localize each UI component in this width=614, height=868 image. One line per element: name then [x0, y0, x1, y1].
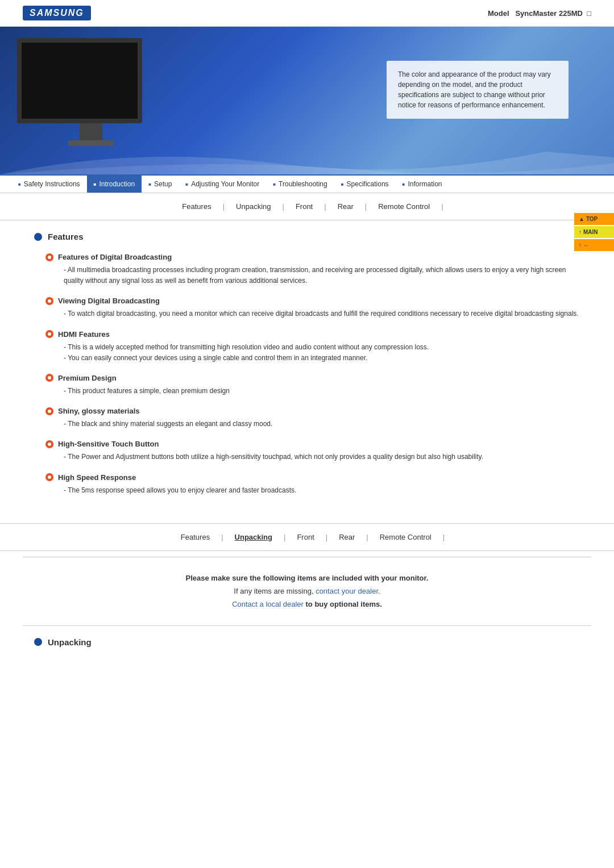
feature-desc-4-p1: This product features a simple, clean pr…: [58, 386, 580, 397]
feature-premium-design: Premium Design This product features a s…: [34, 374, 580, 397]
feature-desc-2-p1: To watch digital broadcasting, you need …: [58, 308, 580, 319]
info-line2: If any items are missing, contact your d…: [34, 585, 580, 598]
info-box: Please make sure the following items are…: [23, 557, 591, 626]
feature-shiny: Shiny, glossy materials The black and sh…: [34, 407, 580, 429]
unpacking-section: Unpacking: [0, 626, 614, 670]
top-button[interactable]: ▲ TOP: [574, 213, 614, 225]
info-line3: Contact a local dealer to buy optional i…: [34, 598, 580, 611]
features-title: Features: [34, 232, 580, 241]
model-label: Model: [488, 9, 509, 18]
feature-icon-2: [45, 297, 53, 305]
feature-title-6: High-Sensitive Touch Button: [45, 440, 580, 448]
sub-nav-features[interactable]: Features: [171, 200, 222, 213]
feature-digital-broadcasting: Features of Digital Broadcasting All mul…: [34, 253, 580, 286]
monitor-screen: [17, 38, 142, 123]
feature-title-7: High Speed Response: [45, 473, 580, 482]
nav-adjusting[interactable]: Adjusting Your Monitor: [179, 176, 266, 193]
header: SAMSUNG Model SyncMaster 225MD □: [0, 0, 614, 27]
features-title-text: Features: [48, 232, 84, 241]
feature-title-4: Premium Design: [45, 374, 580, 382]
main-button[interactable]: ↑ MAIN: [574, 226, 614, 238]
feature-icon-7: [45, 473, 53, 481]
unpacking-dot: [34, 638, 42, 646]
model-info: Model SyncMaster 225MD □: [488, 9, 591, 18]
feature-desc-5: The black and shiny material suggests an…: [45, 419, 580, 429]
nav-specifications[interactable]: Specifications: [334, 176, 396, 193]
back-icon: ↑: [579, 242, 582, 248]
features-section: Features Features of Digital Broadcastin…: [0, 220, 614, 518]
feature-title-5: Shiny, glossy materials: [45, 407, 580, 415]
feature-desc-2: To watch digital broadcasting, you need …: [45, 308, 580, 319]
feature-title-2: Viewing Digital Broadcasting: [45, 297, 580, 305]
nav-bar: Safety Instructions Introduction Setup A…: [0, 174, 614, 193]
feature-desc-1-p1: All multimedia broadcasting processes in…: [58, 265, 580, 286]
feature-desc-5-p1: The black and shiny material suggests an…: [58, 419, 580, 429]
side-buttons: ▲ TOP ↑ MAIN ↑ ←: [574, 213, 614, 251]
feature-icon-5: [45, 407, 53, 415]
main-icon: ↑: [579, 229, 582, 235]
feature-desc-6-p1: The Power and Adjustment buttons both ut…: [58, 452, 580, 462]
feature-desc-6: The Power and Adjustment buttons both ut…: [45, 452, 580, 462]
unpacking-title-text: Unpacking: [48, 637, 92, 647]
feature-desc-3-p1: This is a widely accepted method for tra…: [58, 342, 580, 353]
banner: The color and appearance of the product …: [0, 27, 614, 174]
monitor-stand: [80, 123, 102, 140]
bottom-sub-nav-features[interactable]: Features: [169, 531, 221, 544]
model-value: SyncMaster 225MD: [515, 9, 583, 18]
sub-nav-front[interactable]: Front: [284, 200, 324, 213]
contact-dealer-link[interactable]: contact your dealer: [316, 587, 378, 595]
sub-nav-remote[interactable]: Remote Control: [367, 200, 441, 213]
nav-safety[interactable]: Safety Instructions: [11, 176, 87, 193]
bottom-sub-nav-remote[interactable]: Remote Control: [368, 531, 443, 544]
back-button[interactable]: ↑ ←: [574, 239, 614, 251]
nav-introduction[interactable]: Introduction: [87, 176, 142, 193]
feature-title-3: HDMI Features: [45, 330, 580, 339]
samsung-logo: SAMSUNG: [23, 6, 91, 20]
bottom-sub-nav-rear[interactable]: Rear: [327, 531, 366, 544]
top-icon: ▲: [579, 216, 584, 222]
feature-desc-7: The 5ms response speed allows you to enj…: [45, 485, 580, 496]
nav-information[interactable]: Information: [396, 176, 449, 193]
bottom-sub-nav-front[interactable]: Front: [285, 531, 325, 544]
feature-label-4: Premium Design: [58, 374, 117, 382]
unpacking-title: Unpacking: [34, 637, 580, 647]
feature-label-6: High-Sensitive Touch Button: [58, 440, 159, 448]
feature-high-speed: High Speed Response The 5ms response spe…: [34, 473, 580, 496]
feature-icon-4: [45, 374, 53, 382]
main-label: MAIN: [583, 229, 598, 235]
sub-nav-unpacking[interactable]: Unpacking: [225, 200, 282, 213]
banner-wave-svg: [0, 140, 614, 174]
feature-desc-7-p1: The 5ms response speed allows you to enj…: [58, 485, 580, 496]
contact-local-dealer-link[interactable]: Contact a local dealer: [232, 600, 304, 608]
feature-hdmi: HDMI Features This is a widely accepted …: [34, 330, 580, 364]
feature-desc-1: All multimedia broadcasting processes in…: [45, 265, 580, 286]
bottom-sub-nav-unpacking[interactable]: Unpacking: [223, 531, 284, 544]
feature-desc-4: This product features a simple, clean pr…: [45, 386, 580, 397]
feature-label-7: High Speed Response: [58, 473, 136, 482]
feature-title-1: Features of Digital Broadcasting: [45, 253, 580, 261]
nav-troubleshooting[interactable]: Troubleshooting: [266, 176, 334, 193]
feature-touch-button: High-Sensitive Touch Button The Power an…: [34, 440, 580, 462]
sub-nav-rear[interactable]: Rear: [326, 200, 365, 213]
feature-icon-3: [45, 330, 53, 338]
feature-desc-3-p2: You can easily connect your devices usin…: [58, 353, 580, 364]
feature-icon-1: [45, 253, 53, 261]
info-line1: Please make sure the following items are…: [34, 571, 580, 585]
feature-viewing-digital: Viewing Digital Broadcasting To watch di…: [34, 297, 580, 319]
feature-icon-6: [45, 440, 53, 448]
banner-notice: The color and appearance of the product …: [387, 61, 569, 119]
back-arrow: ←: [583, 242, 589, 248]
feature-label-2: Viewing Digital Broadcasting: [58, 297, 160, 305]
top-label: TOP: [586, 216, 598, 222]
banner-monitor: [17, 38, 165, 152]
nav-setup[interactable]: Setup: [142, 176, 179, 193]
features-dot: [34, 233, 42, 241]
sub-nav-top: Features | Unpacking | Front | Rear | Re…: [0, 193, 614, 220]
sub-nav-bottom: Features | Unpacking | Front | Rear | Re…: [0, 523, 614, 551]
feature-desc-3: This is a widely accepted method for tra…: [45, 342, 580, 364]
feature-label-1: Features of Digital Broadcasting: [58, 253, 172, 261]
feature-label-3: HDMI Features: [58, 330, 110, 339]
feature-label-5: Shiny, glossy materials: [58, 407, 140, 415]
